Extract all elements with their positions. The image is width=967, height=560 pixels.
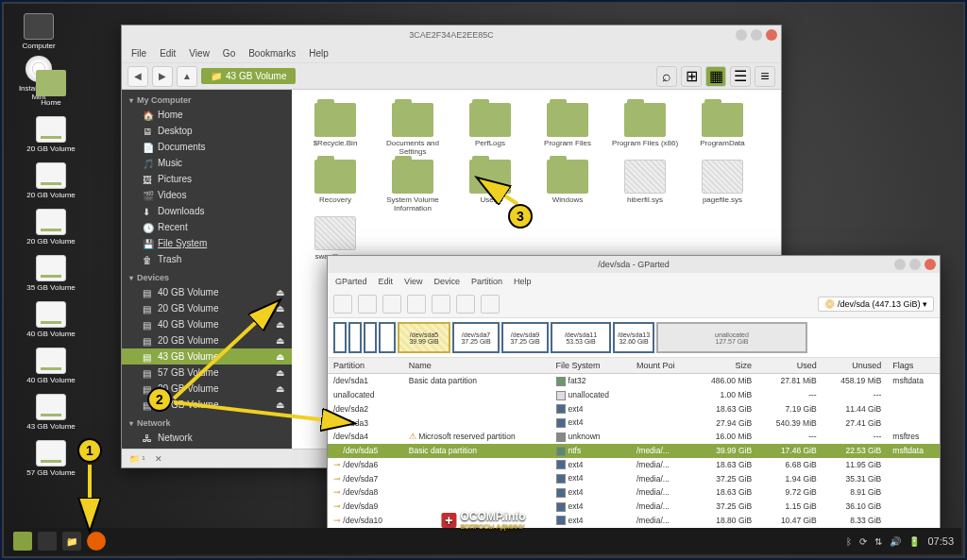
minimize-button[interactable]: [736, 29, 747, 41]
folder-item[interactable]: PerfLogs: [456, 103, 524, 156]
sidebar-item-device[interactable]: ▤43 GB Volume⏏: [122, 348, 292, 365]
sidebar-item-device[interactable]: ▤40 GB Volume⏏: [122, 284, 292, 300]
gp-menu-item[interactable]: Edit: [379, 277, 394, 286]
sidebar-item-place[interactable]: 🕓Recent: [122, 219, 292, 235]
folder-item[interactable]: ProgramData: [688, 103, 756, 156]
gp-menu-item[interactable]: Partition: [471, 277, 502, 286]
sidebar-item-device[interactable]: ▤20 GB Volume⏏: [122, 332, 292, 348]
diskmap-block[interactable]: /dev/sda539.99 GiB: [398, 322, 450, 353]
tab-indicator[interactable]: 📁 ¹: [129, 454, 145, 464]
list-view-button[interactable]: ☰: [730, 66, 751, 87]
partition-row[interactable]: ⊸ /dev/sda5Basic data partition ntfs /me…: [328, 444, 940, 458]
file-item[interactable]: hiberfil.sys: [611, 160, 679, 212]
gp-minimize-button[interactable]: [894, 259, 906, 270]
taskbar-files-button[interactable]: 📁: [62, 532, 81, 551]
gp-apply-button[interactable]: [481, 295, 500, 314]
desktop-icon-home[interactable]: Home: [23, 70, 79, 107]
fm-titlebar[interactable]: 3CAE2F34AE2EE85C: [122, 25, 781, 44]
fm-menu-item[interactable]: Go: [223, 48, 235, 59]
eject-icon[interactable]: ⏏: [276, 367, 284, 378]
gp-titlebar[interactable]: /dev/sda - GParted: [328, 256, 940, 273]
folder-item[interactable]: Recovery: [301, 160, 369, 212]
fm-menu-item[interactable]: Help: [309, 48, 329, 59]
diskmap-block[interactable]: [348, 322, 362, 353]
sidebar-item-place[interactable]: 🎬Videos: [122, 187, 292, 203]
gp-column-header[interactable]: Partition: [328, 358, 403, 374]
desktop-icon-volume[interactable]: 40 GB Volume: [23, 348, 79, 384]
gp-column-header[interactable]: File System: [551, 358, 631, 374]
gp-diskmap[interactable]: /dev/sda539.99 GiB/dev/sda737.25 GiB/dev…: [328, 318, 940, 358]
gp-close-button[interactable]: [925, 259, 936, 270]
desktop-icon-volume[interactable]: 20 GB Volume: [23, 209, 79, 246]
gp-column-header[interactable]: Flags: [887, 358, 940, 374]
diskmap-block[interactable]: [379, 322, 396, 353]
gp-menu-item[interactable]: Help: [514, 277, 532, 286]
gp-column-header[interactable]: Unused: [823, 358, 888, 374]
gp-column-header[interactable]: Name: [403, 358, 551, 374]
gp-column-header[interactable]: Size: [692, 358, 757, 374]
partition-row[interactable]: unallocated unallocated 1.00 MiB------: [328, 388, 940, 402]
tray-bluetooth-icon[interactable]: ᛒ: [846, 536, 852, 547]
gparted-window[interactable]: /dev/sda - GParted GPartedEditViewDevice…: [327, 255, 941, 535]
gp-column-header[interactable]: Used: [757, 358, 823, 374]
tray-network-icon[interactable]: ⇅: [874, 536, 882, 547]
diskmap-block[interactable]: /dev/sda937.25 GiB: [501, 322, 549, 353]
zoom-button[interactable]: ⊞: [681, 66, 702, 87]
desktop-icon-volume[interactable]: 20 GB Volume: [23, 162, 79, 199]
diskmap-block[interactable]: unallocated127.57 GiB: [656, 322, 807, 353]
tray-updates-icon[interactable]: ⟳: [859, 536, 867, 547]
sidebar-item-device[interactable]: ▤57 GB Volume⏏: [122, 365, 292, 381]
folder-item[interactable]: $Recycle.Bin: [301, 103, 369, 156]
partition-row[interactable]: ⊸ /dev/sda9 ext4 /media/...37.25 GiB1.15…: [328, 500, 940, 514]
fm-menu-item[interactable]: Bookmarks: [248, 48, 296, 59]
gp-undo-button[interactable]: [456, 295, 475, 314]
eject-icon[interactable]: ⏏: [276, 399, 284, 410]
path-bar[interactable]: 📁 43 GB Volume: [201, 68, 296, 84]
maximize-button[interactable]: [751, 29, 762, 41]
taskbar-show-desktop[interactable]: [38, 532, 57, 551]
start-menu-button[interactable]: [13, 532, 32, 551]
desktop-icon-volume[interactable]: 57 GB Volume: [23, 440, 79, 477]
sidebar-item-device[interactable]: ▤40 GB Volume⏏: [122, 316, 292, 332]
fm-menu-item[interactable]: Edit: [160, 48, 176, 59]
diskmap-block[interactable]: [333, 322, 347, 353]
icon-view-button[interactable]: ▦: [705, 66, 726, 87]
fm-menu-item[interactable]: File: [131, 48, 146, 59]
sidebar-item-device[interactable]: ▤20 GB Volume⏏: [122, 300, 292, 316]
partition-row[interactable]: /dev/sda4⚠ Microsoft reserved partition …: [328, 430, 940, 444]
gp-column-header[interactable]: Mount Poi: [631, 358, 693, 374]
desktop-icon-volume[interactable]: 40 GB Volume: [23, 301, 79, 338]
diskmap-block[interactable]: /dev/sda1332.60 GiB: [613, 322, 654, 353]
sidebar-item-network[interactable]: 🖧Network: [122, 430, 292, 446]
gp-menu-item[interactable]: Device: [433, 277, 460, 286]
partition-row[interactable]: ⊸ /dev/sda8 ext4 /media/...18.63 GiB9.72…: [328, 485, 940, 500]
up-button[interactable]: ▲: [177, 66, 197, 87]
gp-delete-button[interactable]: [358, 295, 377, 314]
taskbar-firefox-button[interactable]: [87, 532, 106, 551]
gp-paste-button[interactable]: [432, 295, 450, 314]
close-button[interactable]: [766, 29, 777, 41]
sidebar-section-devices[interactable]: Devices: [122, 267, 292, 284]
gp-resize-button[interactable]: [382, 295, 401, 314]
partition-row[interactable]: ⊸ /dev/sda7 ext4 /media/...37.25 GiB1.94…: [328, 471, 940, 485]
gp-new-button[interactable]: [333, 295, 352, 314]
desktop-icon-volume[interactable]: 20 GB Volume: [23, 116, 79, 153]
diskmap-block[interactable]: /dev/sda1153.53 GiB: [551, 322, 611, 353]
file-item[interactable]: swapfile.sys: [301, 216, 369, 261]
folder-item[interactable]: Program Files (x86): [611, 103, 679, 156]
gp-copy-button[interactable]: [407, 295, 426, 314]
partition-row[interactable]: /dev/sda2 ext4 18.63 GiB7.19 GiB11.44 Gi…: [328, 402, 940, 416]
sidebar-item-place[interactable]: 🖼Pictures: [122, 171, 292, 187]
diskmap-block[interactable]: [364, 322, 377, 353]
folder-item[interactable]: Windows: [534, 160, 602, 212]
desktop-icon-volume[interactable]: 43 GB Volume: [23, 394, 79, 431]
file-item[interactable]: pagefile.sys: [688, 160, 756, 212]
close-tab-icon[interactable]: ✕: [155, 454, 162, 464]
tray-volume-icon[interactable]: 🔊: [890, 536, 901, 547]
taskbar[interactable]: 📁 ᛒ ⟳ ⇅ 🔊 🔋 07:53: [6, 528, 961, 554]
partition-row[interactable]: ⊸ /dev/sda6 ext4 /media/...18.63 GiB6.68…: [328, 458, 940, 472]
forward-button[interactable]: ▶: [152, 66, 173, 87]
gp-device-selector[interactable]: 📀 /dev/sda (447.13 GiB) ▾: [818, 297, 934, 312]
partition-row[interactable]: /dev/sda3 ext4 27.94 GiB540.39 MiB27.41 …: [328, 416, 940, 430]
search-button[interactable]: ⌕: [656, 66, 677, 87]
